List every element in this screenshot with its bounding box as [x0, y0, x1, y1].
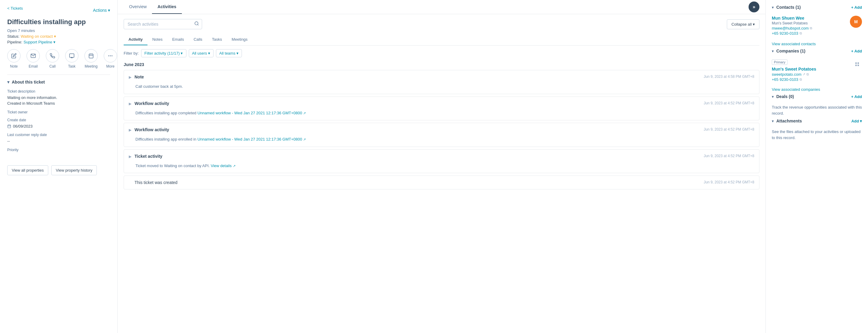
email-action[interactable]: Email — [27, 49, 40, 68]
sub-tab-emails[interactable]: Emails — [167, 34, 189, 45]
filter-activity-btn[interactable]: Filter activity (11/17) ▾ — [141, 49, 186, 57]
about-section: ▾ About this ticket Ticket description W… — [7, 74, 110, 153]
search-input[interactable] — [124, 19, 202, 29]
svg-rect-18 — [855, 65, 857, 66]
expand-icon: ▶ — [129, 154, 131, 159]
about-header[interactable]: ▾ About this ticket — [7, 80, 110, 85]
contacts-title: Contacts (1) — [776, 5, 849, 10]
company-url[interactable]: sweetpotato.com ↗ ⧉ — [772, 72, 850, 77]
attachments-description: See the files attached to your activitie… — [772, 126, 862, 143]
attachments-header: ▾ Attachments Add ▾ — [772, 119, 862, 126]
attachments-chevron-icon[interactable]: ▾ — [772, 119, 774, 123]
activity-item-workflow1: ▶ Workflow activity Jun 9, 2023 at 4:52 … — [124, 96, 760, 121]
deals-chevron-icon[interactable]: ▾ — [772, 94, 774, 99]
view-associated-contacts-link[interactable]: View associated contacts — [772, 39, 862, 49]
more-icon — [104, 49, 117, 62]
copy-url-icon[interactable]: ⧉ — [806, 72, 809, 76]
svg-point-6 — [108, 55, 109, 56]
activity-workflow1-header[interactable]: ▶ Workflow activity Jun 9, 2023 at 4:52 … — [124, 97, 759, 110]
contact-email[interactable]: mwee@hubspot.com ⧉ — [772, 26, 846, 30]
copy-email-icon[interactable]: ⧉ — [810, 26, 812, 30]
workflow2-link[interactable]: Unnamed workflow - Wed Jan 27 2021 12:17… — [197, 137, 302, 142]
desc-value: Waiting on more information.Created in M… — [7, 95, 110, 107]
search-bar: Collapse all ▾ — [124, 19, 760, 29]
sub-tab-meetings[interactable]: Meetings — [227, 34, 252, 45]
activity-item-workflow2: ▶ Workflow activity Jun 9, 2023 at 4:52 … — [124, 123, 760, 147]
filter-teams-btn[interactable]: All teams ▾ — [216, 49, 242, 57]
svg-rect-9 — [8, 125, 11, 128]
main-content: Overview Activities » Collapse all ▾ Act… — [118, 0, 766, 333]
collapse-all-btn[interactable]: Collapse all ▾ — [727, 19, 760, 29]
date-group-header: June 2023 — [124, 62, 760, 67]
companies-section: ▾ Companies (1) + Add Primary Mun's Swee… — [772, 49, 862, 94]
meeting-icon — [85, 49, 98, 62]
activity-created-title: This ticket was created — [134, 180, 701, 185]
email-label: Email — [29, 64, 38, 68]
task-label: Task — [68, 64, 76, 68]
meeting-action[interactable]: Meeting — [85, 49, 98, 68]
back-link[interactable]: < Tickets — [7, 6, 23, 10]
more-label: More — [106, 64, 114, 68]
about-title: About this ticket — [12, 80, 45, 85]
contacts-header: ▾ Contacts (1) + Add — [772, 5, 862, 13]
contacts-add-btn[interactable]: + Add — [851, 5, 862, 10]
companies-chevron-icon[interactable]: ▾ — [772, 49, 774, 53]
sub-tab-calls[interactable]: Calls — [189, 34, 207, 45]
filter-users-btn[interactable]: All users ▾ — [189, 49, 214, 57]
view-property-history-btn[interactable]: View property history — [51, 165, 97, 175]
ext-link-icon: ↗ — [303, 111, 306, 115]
activity-note-body: Call customer back at 5pm. — [124, 84, 759, 94]
last-reply-label: Last customer reply date — [7, 133, 110, 137]
sub-tab-activity[interactable]: Activity — [124, 34, 148, 45]
pipeline-value[interactable]: Support Pipeline ▾ — [24, 40, 56, 44]
activity-workflow2-body: Difficulties installing app enrolled in … — [124, 137, 759, 147]
view-all-properties-btn[interactable]: View all properties — [7, 165, 48, 175]
copy-company-phone-icon[interactable]: ⧉ — [800, 78, 802, 82]
company-ext-icon: ↗ — [803, 72, 805, 76]
activity-ticket-title: Ticket activity — [134, 154, 701, 159]
company-phone[interactable]: +65 9230-0103 ⧉ — [772, 77, 850, 82]
owner-label: Ticket owner — [7, 110, 110, 114]
activity-workflow1-title: Workflow activity — [134, 101, 701, 106]
company-card: Primary Mun's Sweet Potatoes sweetpotato… — [772, 56, 862, 85]
activity-created-timestamp: Jun 9, 2023 at 4:52 PM GMT+8 — [704, 180, 754, 184]
companies-add-btn[interactable]: + Add — [851, 49, 862, 53]
deals-add-btn[interactable]: + Add — [851, 94, 862, 99]
status-value[interactable]: Waiting on contact ▾ — [21, 34, 56, 39]
actions-btn[interactable]: Actions ▾ — [93, 8, 110, 13]
svg-point-8 — [112, 55, 113, 56]
expand-btn[interactable]: » — [749, 1, 760, 12]
company-name[interactable]: Mun's Sweet Potatoes — [772, 67, 850, 71]
tab-overview[interactable]: Overview — [124, 0, 152, 14]
attachments-add-btn[interactable]: Add ▾ — [851, 119, 862, 123]
svg-point-7 — [110, 55, 111, 56]
contact-phone[interactable]: +65 9230-0103 ⧉ — [772, 31, 846, 36]
activity-note-header[interactable]: ▶ Note Jun 9, 2023 at 4:58 PM GMT+8 — [124, 70, 759, 84]
ticket-title: Difficulties installing app — [7, 18, 110, 27]
activity-workflow2-header[interactable]: ▶ Workflow activity Jun 9, 2023 at 4:52 … — [124, 123, 759, 137]
ticket-view-details-link[interactable]: View details — [211, 163, 231, 168]
sub-tab-notes[interactable]: Notes — [148, 34, 167, 45]
activity-ticket-header[interactable]: ▶ Ticket activity Jun 9, 2023 at 4:52 PM… — [124, 150, 759, 163]
note-action[interactable]: Note — [7, 49, 21, 68]
call-action[interactable]: Call — [46, 49, 59, 68]
contacts-chevron-icon[interactable]: ▾ — [772, 5, 774, 10]
sub-tab-tasks[interactable]: Tasks — [207, 34, 227, 45]
tab-activities[interactable]: Activities — [152, 0, 182, 14]
companies-header: ▾ Companies (1) + Add — [772, 49, 862, 56]
workflow1-link[interactable]: Unnamed workflow - Wed Jan 27 2021 12:17… — [197, 111, 302, 115]
footer-buttons: View all properties View property histor… — [7, 160, 110, 175]
ext-link-icon2: ↗ — [303, 138, 306, 141]
more-action[interactable]: More — [104, 49, 117, 68]
expand-icon: ▶ — [129, 128, 131, 132]
view-associated-companies-link[interactable]: View associated companies — [772, 85, 862, 94]
deals-description: Track the revenue opportunities associat… — [772, 102, 862, 119]
contact-name[interactable]: Mun Shuen Wee — [772, 16, 846, 21]
task-icon — [65, 49, 79, 62]
company-actions-btn[interactable] — [852, 59, 862, 69]
task-action[interactable]: Task — [65, 49, 79, 68]
priority-label: Priority — [7, 148, 110, 152]
activity-created-header[interactable]: ▶ This ticket was created Jun 9, 2023 at… — [124, 176, 759, 189]
copy-phone-icon[interactable]: ⧉ — [800, 31, 802, 35]
activity-note-title: Note — [134, 74, 701, 79]
